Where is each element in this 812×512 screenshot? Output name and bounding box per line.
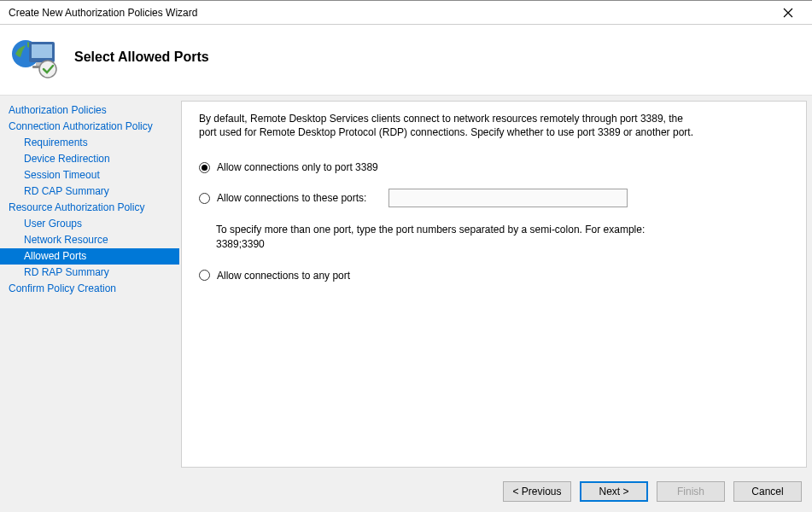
- ports-hint: To specify more than one port, type the …: [216, 223, 660, 250]
- sidebar-item-device-redirection[interactable]: Device Redirection: [0, 151, 179, 167]
- radio-icon: [199, 162, 210, 173]
- sidebar-item-network-resource[interactable]: Network Resource: [0, 232, 179, 248]
- next-button[interactable]: Next >: [580, 481, 648, 502]
- finish-button[interactable]: Finish: [657, 481, 725, 502]
- wizard-header: Select Allowed Ports: [0, 25, 812, 96]
- ports-input[interactable]: [388, 189, 628, 207]
- radio-label-any-port: Allow connections to any port: [217, 270, 350, 282]
- radio-label-3389: Allow connections only to port 3389: [217, 161, 378, 173]
- sidebar-item-rd-rap-summary[interactable]: RD RAP Summary: [0, 265, 179, 281]
- sidebar-item-resource-authorization-policy[interactable]: Resource Authorization Policy: [0, 200, 179, 216]
- wizard-icon: [10, 35, 61, 79]
- radio-icon: [199, 193, 210, 204]
- sidebar-item-rd-cap-summary[interactable]: RD CAP Summary: [0, 183, 179, 200]
- close-icon: [783, 8, 793, 18]
- titlebar: Create New Authorization Policies Wizard: [0, 1, 812, 25]
- sidebar-item-user-groups[interactable]: User Groups: [0, 216, 179, 232]
- content-panel: By default, Remote Desktop Services clie…: [181, 101, 807, 468]
- radio-label-these-ports: Allow connections to these ports:: [217, 192, 366, 204]
- wizard-footer: < Previous Next > Finish Cancel: [0, 471, 812, 512]
- previous-button[interactable]: < Previous: [503, 481, 571, 502]
- sidebar-item-authorization-policies[interactable]: Authorization Policies: [0, 102, 179, 119]
- svg-point-5: [39, 61, 56, 78]
- radio-option-these-ports[interactable]: Allow connections to these ports:: [199, 189, 789, 207]
- radio-icon: [199, 270, 210, 281]
- page-title: Select Allowed Ports: [74, 49, 209, 65]
- sidebar: Authorization PoliciesConnection Authori…: [0, 96, 179, 471]
- sidebar-item-session-timeout[interactable]: Session Timeout: [0, 167, 179, 183]
- sidebar-item-confirm-policy-creation[interactable]: Confirm Policy Creation: [0, 281, 179, 297]
- intro-text: By default, Remote Desktop Services clie…: [199, 112, 694, 139]
- sidebar-item-connection-authorization-policy[interactable]: Connection Authorization Policy: [0, 119, 179, 135]
- sidebar-item-allowed-ports: Allowed Ports: [0, 248, 179, 265]
- window-title: Create New Authorization Policies Wizard: [9, 7, 197, 19]
- radio-option-3389[interactable]: Allow connections only to port 3389: [199, 161, 789, 173]
- sidebar-item-requirements[interactable]: Requirements: [0, 135, 179, 151]
- close-button[interactable]: [771, 3, 805, 23]
- radio-option-any-port[interactable]: Allow connections to any port: [199, 270, 789, 282]
- svg-rect-2: [32, 44, 52, 58]
- cancel-button[interactable]: Cancel: [733, 481, 802, 502]
